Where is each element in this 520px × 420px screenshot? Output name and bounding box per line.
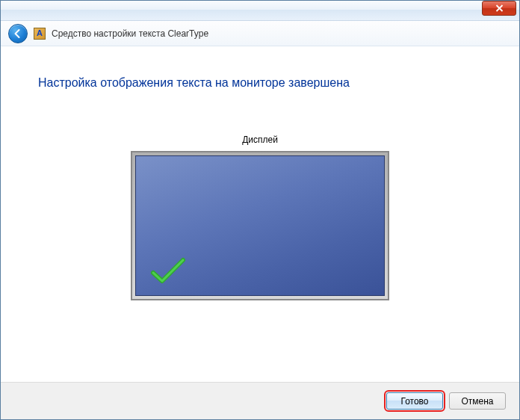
content-area: Настройка отображения текста на мониторе…: [1, 46, 519, 300]
monitor-preview: [131, 151, 389, 300]
close-icon: [495, 4, 504, 12]
display-label: Дисплей: [38, 135, 482, 145]
close-button[interactable]: [482, 1, 516, 16]
cancel-button[interactable]: Отмена: [449, 392, 506, 410]
footer: Готово Отмена: [1, 382, 519, 419]
page-heading: Настройка отображения текста на мониторе…: [38, 76, 482, 90]
display-section: Дисплей: [38, 135, 482, 300]
back-arrow-icon: [13, 28, 23, 39]
back-button[interactable]: [8, 24, 28, 43]
app-icon-letter: A: [37, 29, 43, 37]
done-button[interactable]: Готово: [386, 392, 443, 410]
checkmark-icon: [149, 256, 187, 286]
wizard-window: A Средство настройки текста ClearType На…: [0, 0, 520, 420]
monitor-screen: [135, 155, 385, 296]
titlebar: [1, 1, 519, 21]
app-icon: A: [34, 28, 46, 40]
app-title: Средство настройки текста ClearType: [52, 28, 208, 39]
navbar: A Средство настройки текста ClearType: [1, 21, 519, 46]
